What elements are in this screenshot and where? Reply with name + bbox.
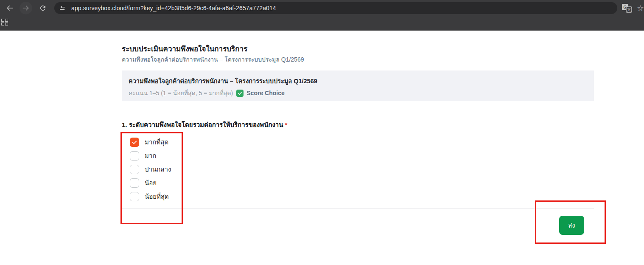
survey-header-subline: คะแนน 1–5 (1 = น้อยที่สุด, 5 = มากที่สุด… [129, 88, 587, 98]
reload-icon [39, 4, 47, 12]
section-divider-top [122, 108, 594, 108]
bookmark-star-icon[interactable]: ☆ [637, 4, 644, 12]
annotation-rect-options [120, 132, 183, 224]
annotation-rect-submit [535, 200, 606, 244]
reload-button[interactable] [36, 2, 49, 14]
translate-icon[interactable]: G 文 [622, 3, 633, 13]
apps-grid-icon[interactable] [1, 19, 8, 25]
url-text[interactable]: app.surveybox.cloud/form?key_id=42b385d6… [71, 5, 276, 11]
page-title: ระบบประเมินความพึงพอใจในการบริการ [122, 43, 247, 54]
question-label: 1. ระดับความพึงพอใจโดยรวมต่อการให้บริการ… [122, 120, 287, 130]
site-settings-button[interactable] [57, 3, 68, 14]
survey-header-title: ความพึงพอใจลูกค้าต่อบริการพนักงาน – โครง… [129, 76, 587, 86]
forward-button[interactable] [20, 2, 32, 14]
back-button[interactable] [3, 2, 16, 14]
svg-text:文: 文 [627, 8, 631, 12]
forward-arrow-icon [22, 4, 30, 12]
toolbar-right-icons: G 文 ☆ [622, 3, 644, 13]
section-divider-bottom [122, 209, 594, 209]
bookmarks-bar [0, 16, 644, 31]
survey-header-box: ความพึงพอใจลูกค้าต่อบริการพนักงาน – โครง… [122, 70, 594, 101]
score-choice-badge-label: Score Choice [246, 90, 284, 96]
back-arrow-icon [6, 4, 14, 12]
page-subtitle: ความพึงพอใจลูกค้าต่อบริการพนักงาน – โครง… [122, 55, 304, 64]
required-asterisk: * [285, 121, 287, 128]
browser-chrome: app.surveybox.cloud/form?key_id=42b385d6… [0, 0, 644, 31]
address-bar[interactable]: app.surveybox.cloud/form?key_id=42b385d6… [54, 2, 617, 14]
browser-toolbar: app.surveybox.cloud/form?key_id=42b385d6… [0, 0, 644, 16]
question-text: 1. ระดับความพึงพอใจโดยรวมต่อการให้บริการ… [122, 121, 283, 128]
score-choice-check-icon [236, 90, 244, 97]
site-settings-tune-icon [59, 5, 66, 11]
score-info-text: คะแนน 1–5 (1 = น้อยที่สุด, 5 = มากที่สุด… [129, 88, 233, 98]
